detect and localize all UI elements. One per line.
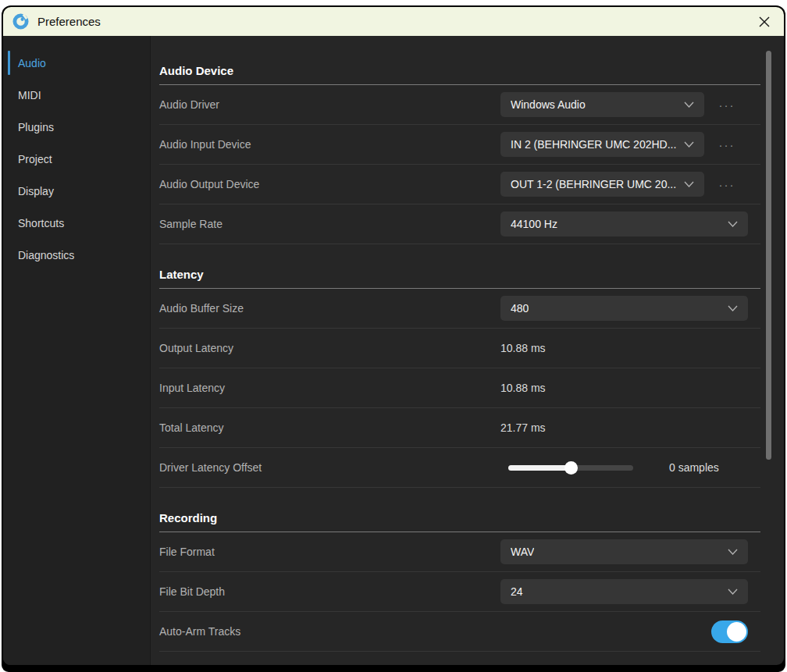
select-value: 480 — [511, 302, 529, 315]
section-latency: Latency Audio Buffer Size 480 Output Lat… — [159, 244, 760, 488]
file-format-select[interactable]: WAV — [500, 539, 748, 564]
output-latency-value: 10.88 ms — [500, 342, 546, 354]
section-title: Audio Device — [159, 64, 760, 85]
auto-arm-tracks-toggle[interactable] — [711, 620, 748, 643]
driver-latency-offset-slider[interactable] — [508, 465, 633, 471]
chevron-down-icon — [684, 141, 694, 148]
audio-driver-more-button[interactable]: ··· — [715, 93, 739, 116]
sidebar-item-plugins[interactable]: Plugins — [3, 111, 150, 143]
row-input-latency: Input Latency 10.88 ms — [159, 368, 760, 408]
sidebar-item-shortcuts[interactable]: Shortcuts — [3, 207, 150, 239]
audio-buffer-size-select[interactable]: 480 — [500, 296, 748, 321]
file-bit-depth-select[interactable]: 24 — [500, 579, 748, 604]
chevron-down-icon — [728, 305, 738, 311]
audio-output-more-button[interactable]: ··· — [715, 172, 739, 196]
chevron-down-icon — [684, 101, 694, 108]
sidebar-item-project[interactable]: Project — [3, 143, 150, 175]
section-recording: Recording File Format WAV File Bit Depth — [159, 488, 760, 652]
window-title: Preferences — [37, 15, 101, 28]
row-label: Output Latency — [159, 342, 500, 354]
chevron-down-icon — [728, 549, 738, 555]
row-label: File Bit Depth — [159, 585, 500, 598]
sidebar-item-audio[interactable]: Audio — [3, 47, 150, 79]
audio-output-device-select[interactable]: OUT 1-2 (BEHRINGER UMC 20... — [500, 172, 704, 197]
chevron-down-icon — [728, 221, 738, 227]
app-logo-icon — [12, 13, 29, 30]
sidebar-item-label: Diagnostics — [18, 249, 74, 261]
row-label: File Format — [159, 546, 500, 558]
audio-input-device-select[interactable]: IN 2 (BEHRINGER UMC 202HD... — [500, 132, 704, 157]
select-value: Windows Audio — [511, 98, 586, 111]
section-title: Latency — [159, 268, 760, 289]
input-latency-value: 10.88 ms — [500, 382, 546, 394]
settings-content: Audio Device Audio Driver Windows Audio … — [151, 36, 784, 665]
row-file-format: File Format WAV — [159, 532, 760, 572]
row-label: Driver Latency Offset — [159, 461, 500, 474]
row-sample-rate: Sample Rate 44100 Hz — [159, 204, 760, 244]
row-label: Sample Rate — [159, 218, 500, 230]
slider-fill — [508, 465, 571, 471]
sidebar-item-label: Display — [18, 185, 54, 197]
row-label: Audio Input Device — [159, 138, 500, 151]
audio-input-more-button[interactable]: ··· — [715, 133, 739, 156]
row-audio-input-device: Audio Input Device IN 2 (BEHRINGER UMC 2… — [159, 125, 760, 165]
row-label: Total Latency — [159, 421, 500, 434]
sidebar-item-label: MIDI — [18, 89, 41, 101]
row-label: Auto-Arm Tracks — [159, 625, 500, 638]
sidebar-item-label: Project — [18, 153, 52, 165]
chevron-down-icon — [728, 588, 738, 595]
section-audio-device: Audio Device Audio Driver Windows Audio … — [159, 36, 760, 244]
select-value: IN 2 (BEHRINGER UMC 202HD... — [511, 138, 676, 151]
row-audio-output-device: Audio Output Device OUT 1-2 (BEHRINGER U… — [159, 165, 760, 204]
select-value: OUT 1-2 (BEHRINGER UMC 20... — [511, 178, 676, 190]
total-latency-value: 21.77 ms — [500, 421, 546, 434]
sidebar-item-display[interactable]: Display — [3, 175, 150, 207]
chevron-down-icon — [684, 181, 694, 187]
sidebar-item-diagnostics[interactable]: Diagnostics — [3, 239, 150, 271]
sidebar-item-label: Shortcuts — [18, 217, 64, 229]
sidebar-item-label: Plugins — [18, 121, 54, 133]
section-title: Recording — [159, 511, 760, 532]
select-value: 44100 Hz — [511, 218, 557, 230]
window-body: Audio MIDI Plugins Project Display Short… — [3, 36, 784, 665]
audio-driver-select[interactable]: Windows Audio — [500, 92, 704, 117]
titlebar: Preferences — [3, 7, 784, 36]
row-file-bit-depth: File Bit Depth 24 — [159, 572, 760, 612]
sidebar-item-label: Audio — [18, 57, 46, 69]
row-label: Audio Driver — [159, 98, 500, 111]
row-label: Input Latency — [159, 382, 500, 394]
select-value: 24 — [511, 585, 523, 598]
row-label: Audio Output Device — [159, 178, 500, 190]
row-audio-buffer-size: Audio Buffer Size 480 — [159, 289, 760, 329]
preferences-window: Preferences Audio MIDI Plugins — [2, 5, 785, 672]
sample-rate-select[interactable]: 44100 Hz — [500, 212, 748, 236]
selection-indicator — [8, 51, 10, 75]
row-label: Audio Buffer Size — [159, 302, 500, 315]
slider-thumb[interactable] — [564, 461, 578, 475]
row-audio-driver: Audio Driver Windows Audio ··· — [159, 85, 760, 125]
toggle-knob — [727, 622, 746, 642]
scrollbar-thumb[interactable] — [766, 51, 771, 460]
close-icon — [759, 16, 770, 27]
driver-latency-offset-value: 0 samples — [669, 461, 719, 474]
close-button[interactable] — [753, 10, 776, 34]
row-auto-arm-tracks: Auto-Arm Tracks — [159, 612, 760, 652]
select-value: WAV — [511, 546, 534, 558]
row-driver-latency-offset: Driver Latency Offset 0 samples — [159, 448, 760, 488]
row-total-latency: Total Latency 21.77 ms — [159, 408, 760, 448]
sidebar: Audio MIDI Plugins Project Display Short… — [3, 36, 151, 665]
row-output-latency: Output Latency 10.88 ms — [159, 329, 760, 368]
sidebar-item-midi[interactable]: MIDI — [3, 79, 150, 111]
